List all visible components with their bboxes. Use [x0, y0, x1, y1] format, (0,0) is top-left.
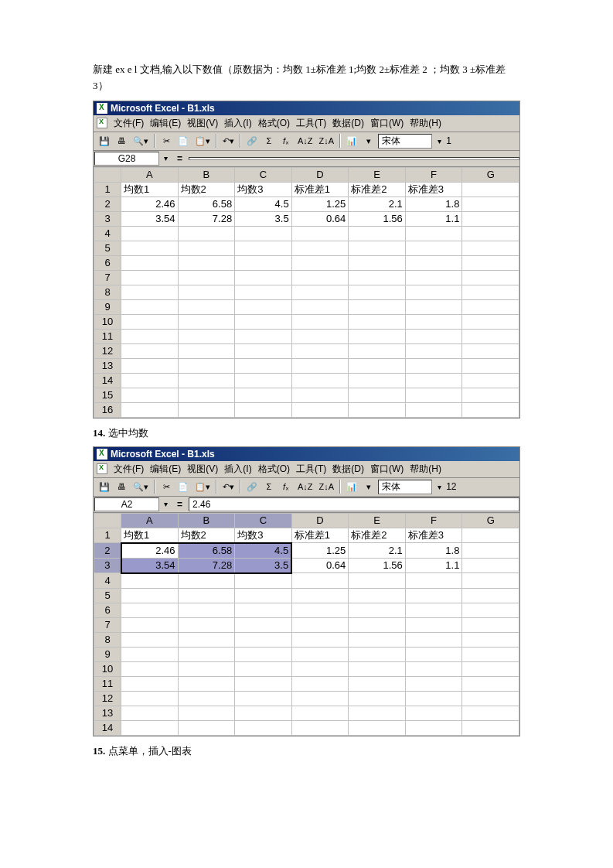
- cell[interactable]: 2.1: [349, 196, 406, 211]
- cell[interactable]: [349, 358, 406, 373]
- cell[interactable]: 均数1: [121, 528, 179, 543]
- cell[interactable]: [178, 329, 235, 343]
- row-header-1[interactable]: 1: [94, 528, 121, 543]
- cell[interactable]: [291, 343, 349, 358]
- row-header-2[interactable]: 2: [94, 543, 121, 559]
- cell[interactable]: [405, 270, 462, 285]
- cut-icon[interactable]: ✂: [158, 135, 174, 147]
- cell[interactable]: [178, 402, 235, 417]
- menu-window[interactable]: 窗口(W): [370, 463, 404, 476]
- cell[interactable]: [462, 617, 519, 632]
- cell[interactable]: 1.8: [405, 543, 462, 559]
- cell[interactable]: 1.25: [291, 196, 349, 211]
- cell[interactable]: [462, 388, 519, 402]
- cell[interactable]: 7.28: [178, 558, 235, 573]
- cell[interactable]: [121, 402, 179, 417]
- cell[interactable]: [462, 691, 519, 706]
- cell[interactable]: [462, 603, 519, 617]
- cell[interactable]: [291, 676, 349, 691]
- cell[interactable]: [462, 373, 519, 388]
- cell[interactable]: 2.1: [349, 543, 406, 559]
- col-header-D[interactable]: D: [291, 513, 349, 528]
- row-header-11[interactable]: 11: [94, 676, 121, 691]
- cell[interactable]: [291, 402, 349, 417]
- cell[interactable]: [235, 632, 292, 647]
- cell[interactable]: [235, 358, 292, 373]
- cell[interactable]: 1.25: [291, 543, 349, 559]
- paste-icon[interactable]: 📋▾: [192, 481, 213, 493]
- cell[interactable]: 标准差3: [405, 528, 462, 543]
- cell[interactable]: [349, 691, 406, 706]
- cell[interactable]: [121, 358, 179, 373]
- dropdown-icon[interactable]: ▾: [434, 137, 444, 145]
- cell[interactable]: 4.5: [235, 543, 292, 559]
- menu-edit[interactable]: 编辑(E): [150, 463, 181, 476]
- cell[interactable]: [405, 691, 462, 706]
- menu-help[interactable]: 帮助(H): [410, 117, 441, 130]
- cell[interactable]: [291, 358, 349, 373]
- cell[interactable]: [178, 270, 235, 285]
- more-icon[interactable]: ▾: [361, 135, 376, 147]
- cell[interactable]: [349, 241, 406, 255]
- cell[interactable]: [291, 603, 349, 617]
- name-box[interactable]: A2: [94, 497, 159, 511]
- row-header-6[interactable]: 6: [94, 255, 121, 270]
- row-header-4[interactable]: 4: [94, 573, 121, 589]
- cell[interactable]: [235, 661, 292, 676]
- menu-view[interactable]: 视图(V): [187, 117, 218, 130]
- cell[interactable]: [291, 388, 349, 402]
- row-header-3[interactable]: 3: [94, 558, 121, 573]
- cell[interactable]: [405, 285, 462, 299]
- cell[interactable]: [178, 299, 235, 314]
- cell[interactable]: [235, 588, 292, 603]
- cell[interactable]: [178, 691, 235, 706]
- font-combo[interactable]: 宋体: [378, 134, 432, 149]
- cell[interactable]: [291, 661, 349, 676]
- cell[interactable]: [121, 255, 179, 270]
- cell[interactable]: [462, 182, 519, 196]
- cell[interactable]: [349, 647, 406, 661]
- cell[interactable]: [121, 314, 179, 329]
- col-header-B[interactable]: B: [178, 513, 235, 528]
- cell[interactable]: [121, 299, 179, 314]
- menu-tools[interactable]: 工具(T): [296, 117, 326, 130]
- cell[interactable]: [121, 573, 179, 589]
- cell[interactable]: [462, 226, 519, 241]
- cell[interactable]: 均数2: [178, 528, 235, 543]
- cell[interactable]: [121, 676, 179, 691]
- cell[interactable]: [178, 343, 235, 358]
- cell[interactable]: [178, 285, 235, 299]
- cell[interactable]: [349, 573, 406, 589]
- menu-help[interactable]: 帮助(H): [410, 463, 441, 476]
- cell[interactable]: [178, 241, 235, 255]
- cell[interactable]: 均数3: [235, 182, 292, 196]
- cell[interactable]: [405, 588, 462, 603]
- cell[interactable]: [462, 720, 519, 735]
- cell[interactable]: 6.58: [178, 543, 235, 559]
- cell[interactable]: [291, 270, 349, 285]
- menu-data[interactable]: 数据(D): [332, 463, 364, 476]
- cell[interactable]: [462, 270, 519, 285]
- cell[interactable]: [121, 285, 179, 299]
- cell[interactable]: [462, 676, 519, 691]
- cell[interactable]: [178, 388, 235, 402]
- cell[interactable]: [349, 617, 406, 632]
- cell[interactable]: 2.46: [121, 543, 179, 559]
- cell[interactable]: [291, 573, 349, 589]
- cell[interactable]: 标准差1: [291, 528, 349, 543]
- formula-input[interactable]: 2.46: [189, 497, 519, 511]
- cell[interactable]: [405, 661, 462, 676]
- cell[interactable]: [235, 314, 292, 329]
- cell[interactable]: [178, 314, 235, 329]
- more-icon[interactable]: ▾: [361, 481, 376, 493]
- cell[interactable]: [178, 661, 235, 676]
- cell[interactable]: [178, 632, 235, 647]
- dropdown-icon[interactable]: ▾: [160, 500, 171, 508]
- cell[interactable]: [462, 285, 519, 299]
- menu-window[interactable]: 窗口(W): [370, 117, 404, 130]
- undo-icon[interactable]: ↶▾: [220, 481, 237, 493]
- cell[interactable]: [121, 241, 179, 255]
- cell[interactable]: [349, 632, 406, 647]
- col-header-E[interactable]: E: [349, 513, 406, 528]
- cell[interactable]: [405, 617, 462, 632]
